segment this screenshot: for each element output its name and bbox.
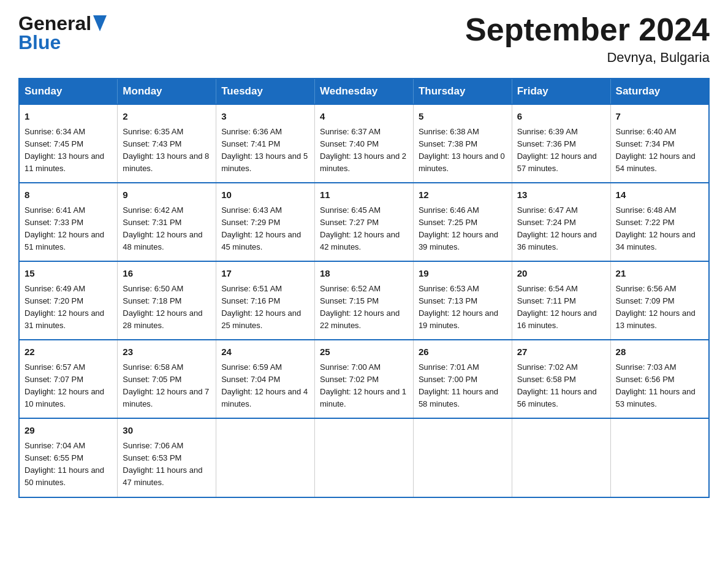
sunrise-text: Sunrise: 7:06 AM — [123, 441, 183, 450]
daylight-text: Daylight: 13 hours and 11 minutes. — [25, 151, 104, 173]
day-info: Sunrise: 6:57 AMSunset: 7:07 PMDaylight:… — [25, 361, 112, 411]
daylight-text: Daylight: 12 hours and 4 minutes. — [221, 387, 308, 408]
day-number: 11 — [320, 188, 408, 202]
sunrise-text: Sunrise: 6:40 AM — [616, 127, 677, 136]
sunset-text: Sunset: 6:56 PM — [616, 375, 675, 384]
sunrise-text: Sunrise: 6:47 AM — [517, 205, 578, 215]
sunset-text: Sunset: 7:13 PM — [419, 296, 477, 305]
calendar-week-row: 1Sunrise: 6:34 AMSunset: 7:45 PMDaylight… — [19, 104, 709, 183]
day-info: Sunrise: 6:49 AMSunset: 7:20 PMDaylight:… — [25, 283, 112, 332]
table-row: 23Sunrise: 6:58 AMSunset: 7:05 PMDayligh… — [118, 340, 216, 418]
daylight-text: Daylight: 12 hours and 57 minutes. — [517, 151, 597, 173]
sunrise-text: Sunrise: 6:50 AM — [123, 284, 183, 293]
sunrise-text: Sunrise: 7:03 AM — [616, 362, 677, 372]
table-row: 28Sunrise: 7:03 AMSunset: 6:56 PMDayligh… — [610, 340, 709, 418]
sunset-text: Sunset: 6:53 PM — [123, 453, 181, 462]
table-row: 25Sunrise: 7:00 AMSunset: 7:02 PMDayligh… — [315, 340, 414, 418]
day-number: 17 — [221, 267, 309, 281]
sunrise-text: Sunrise: 6:51 AM — [221, 284, 282, 293]
days-of-week-row: Sunday Monday Tuesday Wednesday Thursday… — [19, 79, 709, 104]
day-info: Sunrise: 6:35 AMSunset: 7:43 PMDaylight:… — [123, 126, 211, 175]
header-sunday: Sunday — [19, 79, 118, 104]
day-info: Sunrise: 6:34 AMSunset: 7:45 PMDaylight:… — [25, 126, 112, 175]
sunrise-text: Sunrise: 6:46 AM — [419, 205, 479, 215]
table-row: 4Sunrise: 6:37 AMSunset: 7:40 PMDaylight… — [315, 104, 414, 183]
calendar-header: Sunday Monday Tuesday Wednesday Thursday… — [19, 79, 709, 104]
day-info: Sunrise: 6:56 AMSunset: 7:09 PMDaylight:… — [616, 283, 703, 332]
daylight-text: Daylight: 11 hours and 58 minutes. — [419, 387, 498, 408]
daylight-text: Daylight: 12 hours and 19 minutes. — [419, 308, 498, 330]
day-number: 6 — [517, 110, 605, 124]
day-number: 10 — [221, 188, 309, 202]
day-info: Sunrise: 6:37 AMSunset: 7:40 PMDaylight:… — [320, 126, 408, 175]
sunrise-text: Sunrise: 6:57 AM — [25, 362, 85, 372]
calendar-body: 1Sunrise: 6:34 AMSunset: 7:45 PMDaylight… — [19, 104, 709, 497]
sunrise-text: Sunrise: 6:48 AM — [616, 205, 677, 215]
day-info: Sunrise: 6:48 AMSunset: 7:22 PMDaylight:… — [616, 204, 703, 254]
title-block: September 2024 Devnya, Bulgaria — [465, 12, 710, 66]
day-number: 5 — [419, 110, 507, 124]
table-row: 11Sunrise: 6:45 AMSunset: 7:27 PMDayligh… — [315, 183, 414, 261]
header-friday: Friday — [512, 79, 610, 104]
sunrise-text: Sunrise: 6:49 AM — [25, 284, 85, 293]
table-row — [610, 418, 709, 497]
sunset-text: Sunset: 7:38 PM — [419, 139, 477, 148]
table-row: 24Sunrise: 6:59 AMSunset: 7:04 PMDayligh… — [216, 340, 315, 418]
daylight-text: Daylight: 13 hours and 0 minutes. — [419, 151, 505, 173]
day-number: 28 — [616, 345, 703, 359]
sunset-text: Sunset: 7:00 PM — [419, 375, 477, 384]
day-info: Sunrise: 7:04 AMSunset: 6:55 PMDaylight:… — [25, 440, 112, 489]
daylight-text: Daylight: 12 hours and 31 minutes. — [25, 308, 104, 330]
sunrise-text: Sunrise: 6:34 AM — [25, 127, 85, 136]
calendar-week-row: 15Sunrise: 6:49 AMSunset: 7:20 PMDayligh… — [19, 261, 709, 340]
table-row: 1Sunrise: 6:34 AMSunset: 7:45 PMDaylight… — [19, 104, 118, 183]
table-row — [512, 418, 610, 497]
daylight-text: Daylight: 11 hours and 47 minutes. — [123, 465, 202, 487]
daylight-text: Daylight: 12 hours and 34 minutes. — [616, 230, 696, 251]
sunset-text: Sunset: 7:40 PM — [320, 139, 379, 148]
logo-blue-text: Blue — [18, 31, 61, 54]
sunrise-text: Sunrise: 6:42 AM — [123, 205, 183, 215]
day-info: Sunrise: 7:01 AMSunset: 7:00 PMDaylight:… — [419, 361, 507, 411]
sunrise-text: Sunrise: 6:56 AM — [616, 284, 677, 293]
daylight-text: Daylight: 11 hours and 56 minutes. — [517, 387, 597, 408]
day-info: Sunrise: 7:03 AMSunset: 6:56 PMDaylight:… — [616, 361, 703, 411]
table-row: 3Sunrise: 6:36 AMSunset: 7:41 PMDaylight… — [216, 104, 315, 183]
sunrise-text: Sunrise: 6:36 AM — [221, 127, 282, 136]
table-row: 6Sunrise: 6:39 AMSunset: 7:36 PMDaylight… — [512, 104, 610, 183]
day-number: 20 — [517, 267, 605, 281]
sunset-text: Sunset: 7:02 PM — [320, 375, 379, 384]
sunrise-text: Sunrise: 7:02 AM — [517, 362, 578, 372]
calendar-week-row: 22Sunrise: 6:57 AMSunset: 7:07 PMDayligh… — [19, 340, 709, 418]
sunset-text: Sunset: 7:05 PM — [123, 375, 181, 384]
sunrise-text: Sunrise: 7:00 AM — [320, 362, 381, 372]
sunset-text: Sunset: 7:18 PM — [123, 296, 181, 305]
sunset-text: Sunset: 7:11 PM — [517, 296, 576, 305]
sunrise-text: Sunrise: 6:38 AM — [419, 127, 479, 136]
day-info: Sunrise: 6:42 AMSunset: 7:31 PMDaylight:… — [123, 204, 211, 254]
table-row: 10Sunrise: 6:43 AMSunset: 7:29 PMDayligh… — [216, 183, 315, 261]
sunrise-text: Sunrise: 6:37 AM — [320, 127, 381, 136]
daylight-text: Daylight: 12 hours and 48 minutes. — [123, 230, 202, 251]
sunset-text: Sunset: 7:07 PM — [25, 375, 83, 384]
daylight-text: Daylight: 12 hours and 45 minutes. — [221, 230, 301, 251]
sunset-text: Sunset: 7:20 PM — [25, 296, 83, 305]
header-thursday: Thursday — [413, 79, 512, 104]
table-row: 2Sunrise: 6:35 AMSunset: 7:43 PMDaylight… — [118, 104, 216, 183]
table-row — [216, 418, 315, 497]
day-number: 25 — [320, 345, 408, 359]
day-number: 23 — [123, 345, 211, 359]
table-row: 18Sunrise: 6:52 AMSunset: 7:15 PMDayligh… — [315, 261, 414, 340]
sunrise-text: Sunrise: 6:45 AM — [320, 205, 381, 215]
table-row: 29Sunrise: 7:04 AMSunset: 6:55 PMDayligh… — [19, 418, 118, 497]
sunset-text: Sunset: 7:16 PM — [221, 296, 280, 305]
daylight-text: Daylight: 12 hours and 10 minutes. — [25, 387, 104, 408]
daylight-text: Daylight: 12 hours and 39 minutes. — [419, 230, 498, 251]
logo: General Blue — [18, 12, 107, 54]
day-info: Sunrise: 6:51 AMSunset: 7:16 PMDaylight:… — [221, 283, 309, 332]
sunrise-text: Sunrise: 6:52 AM — [320, 284, 381, 293]
daylight-text: Daylight: 12 hours and 7 minutes. — [123, 387, 209, 408]
day-info: Sunrise: 7:06 AMSunset: 6:53 PMDaylight:… — [123, 440, 211, 489]
sunset-text: Sunset: 7:29 PM — [221, 218, 280, 227]
day-info: Sunrise: 6:54 AMSunset: 7:11 PMDaylight:… — [517, 283, 605, 332]
